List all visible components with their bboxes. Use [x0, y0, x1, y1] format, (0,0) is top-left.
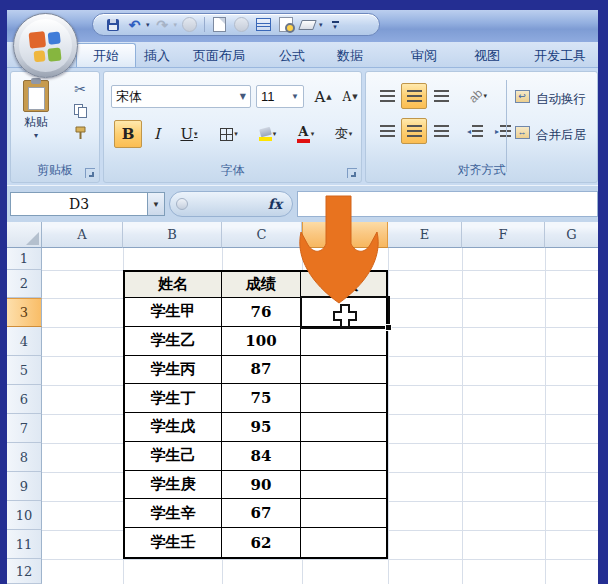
- wrap-text-label[interactable]: 自动换行: [536, 91, 586, 108]
- cell-score[interactable]: 75: [222, 384, 301, 413]
- cell-name[interactable]: 学生甲: [125, 298, 222, 327]
- tab-home[interactable]: 开始: [76, 43, 136, 68]
- table-header-score[interactable]: 成绩: [222, 272, 301, 298]
- cell-rank[interactable]: [301, 499, 386, 528]
- cell-score[interactable]: 95: [222, 413, 301, 442]
- font-color-button[interactable]: A▾: [288, 120, 323, 148]
- selected-cell-d3[interactable]: [300, 296, 390, 329]
- cell-name[interactable]: 学生庚: [125, 471, 222, 500]
- cell-score[interactable]: 90: [222, 471, 301, 500]
- row-header-9[interactable]: 9: [7, 472, 42, 501]
- tab-view[interactable]: 视图: [474, 47, 500, 65]
- insert-function-button[interactable]: fx: [268, 196, 282, 212]
- tab-page-layout[interactable]: 页面布局: [193, 47, 245, 65]
- cell-rank[interactable]: [301, 442, 386, 471]
- borders-button[interactable]: ▾: [211, 120, 247, 148]
- tab-data[interactable]: 数据: [337, 47, 363, 65]
- cell-name[interactable]: 学生辛: [125, 499, 222, 528]
- italic-button[interactable]: I: [145, 120, 169, 148]
- column-header-d-selected[interactable]: D: [302, 222, 388, 248]
- center-button[interactable]: [401, 118, 427, 144]
- row-header-6[interactable]: 6: [7, 385, 42, 414]
- decrease-indent-button[interactable]: ◂: [462, 118, 488, 144]
- copy-button[interactable]: [63, 100, 97, 121]
- cell-name[interactable]: 学生戊: [125, 413, 222, 442]
- clipboard-dialog-launcher-icon[interactable]: [85, 168, 95, 178]
- cell-score[interactable]: 67: [222, 499, 301, 528]
- underline-button[interactable]: U▾: [171, 120, 207, 148]
- fill-color-button[interactable]: ▾: [250, 120, 285, 148]
- cell-name[interactable]: 学生丁: [125, 384, 222, 413]
- cell-rank[interactable]: [301, 471, 386, 500]
- undo-button[interactable]: ↶: [125, 15, 144, 34]
- cell-rank[interactable]: [301, 413, 386, 442]
- print-preview-button[interactable]: [276, 15, 295, 34]
- format-painter-button[interactable]: [63, 122, 97, 143]
- row-header-11[interactable]: 11: [7, 530, 42, 559]
- wrap-text-button[interactable]: ↩: [512, 87, 532, 105]
- column-header-c[interactable]: C: [222, 222, 302, 248]
- cell-score[interactable]: 100: [222, 327, 301, 356]
- row-header-1[interactable]: 1: [7, 248, 42, 270]
- column-header-g[interactable]: G: [545, 222, 598, 248]
- column-header-b[interactable]: B: [123, 222, 222, 248]
- cell-name[interactable]: 学生壬: [125, 528, 222, 557]
- customize-toolbar-button[interactable]: ▾: [326, 15, 345, 34]
- row-header-4[interactable]: 4: [7, 327, 42, 356]
- merge-center-label[interactable]: 合并后居: [536, 127, 586, 144]
- middle-align-button[interactable]: [401, 83, 427, 109]
- select-all-corner[interactable]: [7, 222, 42, 248]
- row-header-3-selected[interactable]: 3: [7, 298, 42, 327]
- cell-score[interactable]: 87: [222, 356, 301, 385]
- table-header-rank[interactable]: 名次: [301, 272, 386, 298]
- undo-dropdown[interactable]: ▾: [146, 21, 150, 29]
- row-header-8[interactable]: 8: [7, 443, 42, 472]
- formula-input[interactable]: [297, 191, 598, 217]
- phonetic-guide-button[interactable]: 变▾: [326, 120, 361, 148]
- cell-rank[interactable]: [301, 528, 386, 557]
- row-header-5[interactable]: 5: [7, 356, 42, 385]
- cell-name[interactable]: 学生丙: [125, 356, 222, 385]
- font-size-select[interactable]: 11▼: [256, 85, 304, 108]
- tab-formulas[interactable]: 公式: [279, 47, 305, 65]
- cell-score[interactable]: 76: [222, 298, 301, 327]
- font-dialog-launcher-icon[interactable]: [347, 168, 357, 178]
- column-header-e[interactable]: E: [388, 222, 462, 248]
- tab-insert[interactable]: 插入: [144, 47, 170, 65]
- orientation-button[interactable]: ab▾: [462, 83, 494, 109]
- tab-review[interactable]: 审阅: [411, 47, 437, 65]
- bold-button[interactable]: B: [114, 120, 142, 148]
- cut-button[interactable]: ✂: [63, 78, 97, 99]
- office-button[interactable]: [13, 13, 78, 78]
- align-left-button[interactable]: [374, 118, 400, 144]
- row-header-2[interactable]: 2: [7, 270, 42, 298]
- cell-score[interactable]: 62: [222, 528, 301, 557]
- align-right-button[interactable]: [428, 118, 454, 144]
- row-header-12[interactable]: 12: [7, 559, 42, 584]
- grow-font-button[interactable]: A▲: [310, 85, 336, 109]
- cell-name[interactable]: 学生乙: [125, 327, 222, 356]
- cell-rank[interactable]: [301, 356, 386, 385]
- cell-rank[interactable]: [301, 384, 386, 413]
- eraser-dropdown[interactable]: ▾: [319, 21, 323, 29]
- cell-score[interactable]: 84: [222, 442, 301, 471]
- row-header-10[interactable]: 10: [7, 501, 42, 530]
- tab-developer[interactable]: 开发工具: [534, 47, 586, 65]
- paste-dropdown[interactable]: ▾: [16, 131, 56, 140]
- column-header-f[interactable]: F: [462, 222, 545, 248]
- name-box[interactable]: D3: [10, 192, 148, 216]
- name-box-dropdown[interactable]: ▼: [147, 192, 165, 216]
- font-family-select[interactable]: 宋体▼: [111, 85, 251, 108]
- save-button[interactable]: [103, 15, 122, 34]
- cell-rank[interactable]: [301, 327, 386, 356]
- fill-handle[interactable]: [385, 324, 392, 331]
- column-header-a[interactable]: A: [42, 222, 123, 248]
- cell-name[interactable]: 学生己: [125, 442, 222, 471]
- shrink-font-button[interactable]: A▼: [338, 85, 362, 109]
- table-header-name[interactable]: 姓名: [125, 272, 222, 298]
- row-header-7[interactable]: 7: [7, 414, 42, 443]
- top-align-button[interactable]: [374, 83, 400, 109]
- eraser-button[interactable]: [298, 15, 317, 34]
- bottom-align-button[interactable]: [428, 83, 454, 109]
- new-document-button[interactable]: [210, 15, 229, 34]
